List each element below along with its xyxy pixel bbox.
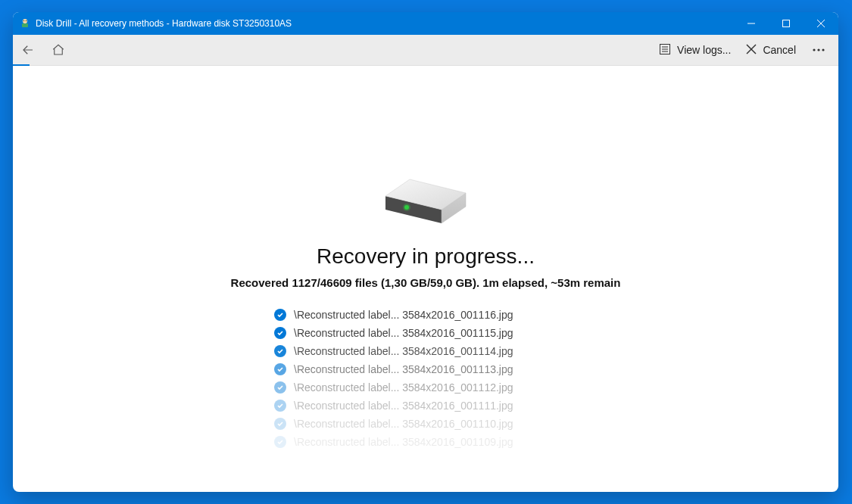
- more-button[interactable]: [804, 35, 834, 65]
- recovery-status: Recovered 1127/46609 files (1,30 GB/59,0…: [231, 276, 621, 289]
- list-item: \Reconstructed label... 3584x2016_001115…: [274, 324, 577, 342]
- app-window: Disk Drill - All recovery methods - Hard…: [13, 12, 838, 492]
- recovery-headline: Recovery in progress...: [317, 244, 535, 269]
- file-path: \Reconstructed label... 3584x2016_001116…: [294, 309, 513, 321]
- window-title: Disk Drill - All recovery methods - Hard…: [36, 18, 734, 29]
- cancel-button[interactable]: Cancel: [738, 35, 804, 65]
- home-button[interactable]: [43, 35, 73, 65]
- back-button[interactable]: [13, 35, 43, 65]
- recovered-files-list: \Reconstructed label... 3584x2016_001116…: [274, 306, 577, 451]
- main-content: Recovery in progress... Recovered 1127/4…: [13, 66, 838, 492]
- list-item: \Reconstructed label... 3584x2016_001113…: [274, 360, 577, 378]
- drive-icon: [369, 149, 482, 232]
- svg-rect-1: [22, 23, 28, 27]
- svg-point-16: [817, 48, 819, 51]
- list-item: \Reconstructed label... 3584x2016_001110…: [274, 415, 577, 433]
- check-icon: [274, 418, 286, 430]
- svg-point-22: [403, 204, 410, 211]
- list-item: \Reconstructed label... 3584x2016_001116…: [274, 306, 577, 324]
- check-icon: [274, 309, 286, 321]
- close-icon: [746, 44, 757, 57]
- maximize-button[interactable]: [769, 12, 804, 35]
- list-item: \Reconstructed label... 3584x2016_001112…: [274, 378, 577, 397]
- file-path: \Reconstructed label... 3584x2016_001111…: [294, 400, 513, 412]
- svg-point-3: [26, 20, 27, 21]
- svg-point-0: [23, 19, 27, 23]
- toolbar: View logs... Cancel: [13, 35, 838, 66]
- logs-icon: [659, 43, 671, 58]
- app-icon: [19, 17, 31, 30]
- file-path: \Reconstructed label... 3584x2016_001112…: [294, 381, 513, 394]
- svg-point-17: [822, 48, 824, 51]
- file-path: \Reconstructed label... 3584x2016_001109…: [294, 436, 513, 448]
- svg-rect-5: [783, 20, 790, 27]
- file-path: \Reconstructed label... 3584x2016_001115…: [294, 327, 513, 339]
- list-item: \Reconstructed label... 3584x2016_001111…: [274, 397, 577, 415]
- view-logs-button[interactable]: View logs...: [651, 35, 738, 65]
- cancel-label: Cancel: [763, 44, 796, 56]
- check-icon: [274, 345, 286, 357]
- file-path: \Reconstructed label... 3584x2016_001113…: [294, 363, 513, 375]
- check-icon: [274, 436, 286, 448]
- check-icon: [274, 327, 286, 339]
- close-button[interactable]: [804, 12, 838, 35]
- check-icon: [274, 363, 286, 375]
- title-bar: Disk Drill - All recovery methods - Hard…: [13, 12, 838, 35]
- check-icon: [274, 381, 286, 394]
- list-item: \Reconstructed label... 3584x2016_001114…: [274, 342, 577, 360]
- view-logs-label: View logs...: [677, 44, 731, 56]
- file-path: \Reconstructed label... 3584x2016_001114…: [294, 345, 513, 357]
- list-item: \Reconstructed label... 3584x2016_001109…: [274, 433, 577, 451]
- check-icon: [274, 400, 286, 412]
- svg-point-2: [23, 20, 24, 21]
- svg-point-15: [813, 48, 815, 51]
- minimize-button[interactable]: [734, 12, 769, 35]
- file-path: \Reconstructed label... 3584x2016_001110…: [294, 418, 513, 430]
